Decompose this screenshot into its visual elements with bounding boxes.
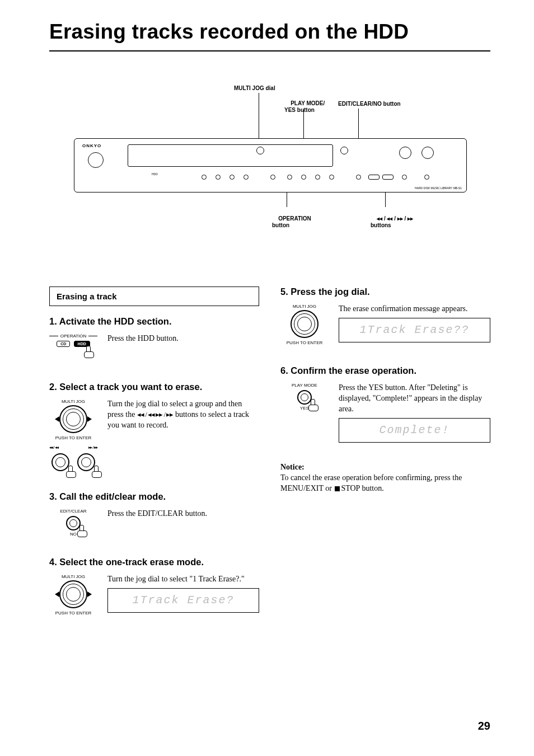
multijog-label: MULTI JOG bbox=[49, 574, 97, 579]
skip-fwd-button-icon bbox=[77, 453, 95, 471]
notice-text: To cancel the erase operation before con… bbox=[280, 473, 490, 494]
skip-back-button-icon bbox=[51, 453, 69, 471]
step-4-heading: 4. Select the one-track erase mode. bbox=[49, 557, 259, 567]
step-3-text: Press the EDIT/CLEAR button. bbox=[107, 509, 259, 519]
yes-button-icon bbox=[297, 390, 312, 405]
step-5-heading: 5. Press the jog dial. bbox=[280, 287, 490, 297]
multijog-knob bbox=[256, 147, 264, 154]
step-1-text: Press the HDD button. bbox=[107, 334, 259, 344]
prev-glyph: ◂◂ / ◂◂ bbox=[49, 445, 58, 450]
editclear-no-button bbox=[356, 175, 361, 180]
push-to-enter-label: PUSH TO ENTER bbox=[280, 340, 329, 345]
step-1-heading: 1. Activate the HDD section. bbox=[49, 316, 259, 327]
step-6-text: Press the YES button. After "Deleting" i… bbox=[339, 383, 490, 415]
content-columns: Erasing a track 1. Activate the HDD sect… bbox=[49, 287, 490, 616]
brand: ONKYO bbox=[82, 143, 101, 148]
step-5: 5. Press the jog dial. MULTI JOG PUSH TO… bbox=[280, 287, 490, 345]
step-5-text: The erase confirmation message appears. bbox=[339, 304, 490, 314]
lcd-display: Complete! bbox=[339, 418, 490, 443]
cd-button: CD bbox=[57, 341, 70, 347]
label-playmode: PLAY MODE/ YES button bbox=[284, 100, 325, 114]
step-3: 3. Call the edit/clear mode. EDIT/CLEAR … bbox=[49, 491, 259, 537]
playmode-label: PLAY MODE bbox=[280, 383, 329, 388]
device-diagram: MULTI JOG dial PLAY MODE/ YES button EDI… bbox=[74, 85, 466, 253]
device-front-panel: ONKYO HDD HARD DISK MUSIC LIBRARY MB-S1 bbox=[74, 138, 467, 192]
step-6-heading: 6. Confirm the erase operation. bbox=[280, 365, 490, 376]
next-glyph: ▸▸ / ▸▸ bbox=[88, 445, 97, 450]
step-2-heading: 2. Select a track you want to erase. bbox=[49, 382, 259, 392]
playmode-yes-button bbox=[301, 175, 306, 180]
yes-label: YES bbox=[280, 406, 329, 411]
editclear-button-icon bbox=[66, 516, 81, 530]
power-knob bbox=[88, 152, 104, 168]
step-2: 2. Select a track you want to erase. MUL… bbox=[49, 382, 259, 471]
push-to-enter-label: PUSH TO ENTER bbox=[49, 435, 97, 440]
multijog-label: MULTI JOG bbox=[49, 399, 97, 404]
lcd-display: 1Track Erase? bbox=[107, 588, 259, 613]
jog-dial-icon bbox=[59, 405, 87, 433]
push-to-enter-label: PUSH TO ENTER bbox=[49, 611, 97, 616]
page-title: Erasing tracks recorded on the HDD bbox=[49, 20, 490, 51]
step-3-heading: 3. Call the edit/clear mode. bbox=[49, 491, 259, 502]
notice: Notice: To cancel the erase operation be… bbox=[280, 463, 490, 494]
model: HARD DISK MUSIC LIBRARY MB-S1 bbox=[415, 186, 462, 190]
operation-icon: OPERATION CD HDD bbox=[49, 334, 97, 361]
notice-heading: Notice: bbox=[280, 463, 490, 472]
step-6: 6. Confirm the erase operation. PLAY MOD… bbox=[280, 365, 490, 443]
step-4: 4. Select the one-track erase mode. MULT… bbox=[49, 557, 259, 616]
no-label: NO bbox=[49, 532, 97, 537]
multijog-label: MULTI JOG bbox=[280, 304, 329, 309]
right-column: 5. Press the jog dial. MULTI JOG PUSH TO… bbox=[280, 287, 490, 616]
label-multijog: MULTI JOG dial bbox=[234, 85, 275, 91]
stop-icon bbox=[335, 486, 340, 491]
editclear-label: EDIT/CLEAR bbox=[49, 509, 97, 514]
step-4-text: Turn the jog dial to select "1 Track Era… bbox=[107, 574, 259, 585]
page-number: 29 bbox=[478, 720, 490, 732]
step-2-text: Turn the jog dial to select a group and … bbox=[107, 399, 259, 431]
label-operation: OPERATION button bbox=[272, 215, 311, 229]
device-display bbox=[128, 144, 333, 167]
jog-dial-icon bbox=[59, 580, 87, 608]
jog-dial-icon bbox=[291, 310, 318, 338]
label-editclear: EDIT/CLEAR/NO button bbox=[338, 101, 401, 107]
section-heading: Erasing a track bbox=[49, 287, 259, 306]
lcd-display: 1Track Erase?? bbox=[339, 318, 490, 342]
left-column: Erasing a track 1. Activate the HDD sect… bbox=[49, 287, 259, 616]
finger-press-icon bbox=[84, 346, 94, 357]
step-1: 1. Activate the HDD section. OPERATION C… bbox=[49, 316, 259, 361]
small-button bbox=[202, 175, 207, 180]
label-transport: ◂◂ / ◂◂ / ▸▸ / ▸▸ buttons bbox=[371, 215, 413, 229]
